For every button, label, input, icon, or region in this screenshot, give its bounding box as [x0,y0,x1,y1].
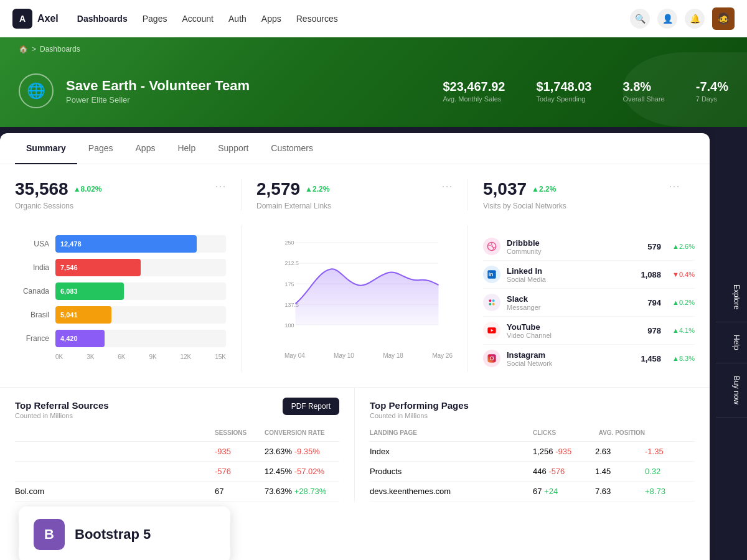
tab-summary[interactable]: Summary [15,133,77,164]
bar-label-india: India [15,263,49,272]
stat-value-today-spending: $1,748.03 [537,80,592,94]
social-networks-section: Dribbble Community 579 ▲2.6% in Linked I… [468,225,695,372]
bar-row-france: France 4,420 [15,330,226,347]
tab-support[interactable]: Support [207,133,260,164]
more-options-1[interactable]: ⋯ [215,179,226,193]
bar-container-usa: 12,478 [55,235,226,253]
hero-stat-monthly-sales: $23,467.92 Avg. Monthly Sales [443,80,505,103]
hero-logo: 🌐 [19,73,54,108]
bootstrap-text: Bootstrap 5 [75,526,151,543]
tab-customers[interactable]: Customers [260,133,324,164]
sidebar-explore[interactable]: Explore [716,272,747,323]
slack-type: Messanger [507,304,641,311]
more-options-2[interactable]: ⋯ [441,179,453,193]
stat-social-networks: 5,037 ▲2.2% ⋯ Visits by Social Networks [468,179,695,210]
youtube-info: YouTube Video Channel [507,322,641,339]
avatar[interactable]: 🧔 [712,7,735,30]
chart-x-labels: May 04 May 10 May 18 May 26 [256,352,453,359]
user-icon[interactable]: 👤 [657,9,677,29]
social-item-dribbble: Dribbble Community 579 ▲2.6% [483,233,695,261]
bar-value-usa: 12,478 [60,240,82,248]
charts-row: USA 12,478 India 7,546 [0,225,710,387]
nav-item-dashboards[interactable]: Dashboards [77,14,128,24]
bar-container-canada: 6,083 [55,282,226,300]
home-icon[interactable]: 🏠 [19,45,28,54]
organic-sessions-number: 35,568 ▲8.02% [15,179,102,199]
instagram-count: 1,458 [641,354,661,363]
nav-item-pages[interactable]: Pages [143,14,167,24]
nav-item-apps[interactable]: Apps [261,14,281,24]
nav-item-account[interactable]: Account [182,14,214,24]
hero-stat-today-spending: $1,748.03 Today Spending [537,80,592,103]
bar-label-france: France [15,334,49,343]
instagram-change: ▲8.3% [672,355,695,362]
external-links-change: ▲2.2% [305,185,329,194]
hero-decor [622,52,747,127]
main-nav: Dashboards Pages Account Auth Apps Resou… [77,14,630,24]
bar-value-france: 4,420 [60,335,78,342]
dribbble-icon [483,238,500,255]
bar-label-brasil: Brasil [15,310,49,319]
pages-title: Top Performing Pages [370,400,469,411]
linkedin-count: 1,088 [641,270,661,279]
svg-text:in: in [489,271,494,278]
youtube-change: ▲4.1% [672,327,695,334]
linkedin-icon: in [483,266,500,283]
dribbble-name: Dribbble [507,238,641,248]
nav-item-auth[interactable]: Auth [228,14,247,24]
hero-banner: 🏠 > Dashboards 🌐 Save Earth - Volunteer … [0,37,747,127]
main-area: Summary Pages Apps Help Support Customer… [0,127,747,560]
svg-point-21 [494,356,494,357]
search-icon[interactable]: 🔍 [630,9,650,29]
slack-info: Slack Messanger [507,294,641,311]
content-panel: Summary Pages Apps Help Support Customer… [0,133,710,560]
bar-fill-brasil: 5,041 [55,306,111,324]
hero-subtitle: Power Elite Seller [66,95,430,105]
stat-value-monthly-sales: $23,467.92 [443,80,505,94]
line-chart-area: 250 212.5 175 137.5 100 [256,235,453,359]
bar-value-canada: 6,083 [60,287,78,295]
social-networks-change: ▲2.2% [532,185,556,194]
svg-point-16 [492,303,495,306]
instagram-info: Instagram Social Network [507,350,634,367]
referral-row-1: -935 23.63% -9.35% [15,442,339,462]
line-chart-svg: 250 212.5 175 137.5 100 [256,235,453,347]
referral-title: Top Referral Sources [15,400,109,411]
more-options-3[interactable]: ⋯ [669,179,680,193]
stat-external-links: 2,579 ▲2.2% ⋯ Domain External Links [242,179,468,210]
pages-row-3: devs.keenthemes.com 67 +24 7.63 +8.73 [370,482,695,502]
social-networks-number: 5,037 ▲2.2% [483,179,556,199]
x-label-may10: May 10 [334,352,354,359]
referral-pdf-button[interactable]: PDF Report [283,398,339,415]
bar-axis: 0K 3K 6K 9K 12K 15K [15,353,226,360]
referral-row-3: Bol.com 67 73.63% +28.73% [15,482,339,502]
bar-value-brasil: 5,041 [60,311,78,319]
bar-row-canada: Canada 6,083 [15,282,226,300]
stats-row: 35,568 ▲8.02% ⋯ Organic Sessions 2,579 ▲… [0,164,710,225]
tab-pages[interactable]: Pages [77,133,125,164]
navbar: A Axel Dashboards Pages Account Auth App… [0,0,747,37]
youtube-count: 978 [647,326,661,335]
breadcrumb: 🏠 > Dashboards [19,37,728,61]
hero-title: Save Earth - Volunteer Team [66,78,430,94]
notifications-icon[interactable]: 🔔 [685,9,705,29]
line-chart-section: 250 212.5 175 137.5 100 [242,225,468,372]
breadcrumb-current: Dashboards [40,45,80,54]
top-pages: Top Performing Pages Counted in Millions… [355,388,695,502]
tab-help[interactable]: Help [166,133,207,164]
external-links-number: 2,579 ▲2.2% [256,179,329,199]
sidebar-help[interactable]: Help [716,322,747,363]
x-label-may26: May 26 [432,352,453,359]
youtube-icon [483,322,500,339]
nav-item-resources[interactable]: Resources [296,14,338,24]
brand-icon: A [12,9,32,29]
svg-point-15 [489,303,491,306]
brand[interactable]: A Axel [12,9,59,29]
svg-point-13 [489,299,491,302]
svg-rect-19 [487,354,496,362]
sidebar-buy[interactable]: Buy now [716,363,747,418]
tab-apps[interactable]: Apps [125,133,167,164]
svg-point-14 [492,299,495,302]
social-item-linkedin: in Linked In Social Media 1,088 ▼0.4% [483,261,695,289]
stat-label-monthly-sales: Avg. Monthly Sales [443,95,505,103]
